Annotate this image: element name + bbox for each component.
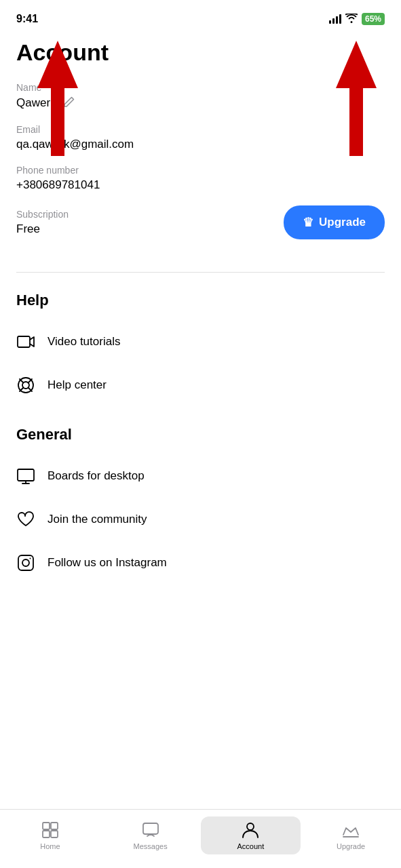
help-center-item[interactable]: Help center — [0, 363, 401, 407]
help-heading: Help — [0, 273, 401, 320]
subscription-value: Free — [16, 222, 69, 236]
svg-point-14 — [22, 559, 29, 566]
page-title: Account — [0, 34, 401, 82]
status-bar: 9:41 65% — [0, 0, 401, 34]
signal-icon — [329, 14, 341, 24]
upgrade-label: Upgrade — [319, 216, 366, 229]
subscription-row: Subscription Free ♛ Upgrade — [16, 205, 385, 239]
join-community-label: Join the community — [47, 513, 147, 526]
upgrade-icon — [341, 821, 360, 840]
nav-upgrade[interactable]: Upgrade — [301, 816, 401, 854]
instagram-icon — [16, 553, 35, 572]
help-icon — [16, 376, 35, 395]
svg-rect-19 — [51, 831, 58, 837]
nav-upgrade-label: Upgrade — [337, 842, 365, 850]
profile-section: Name Qawerk Email qa.qawerk@gmail.com Ph… — [0, 82, 401, 272]
account-icon — [241, 821, 260, 840]
video-tutorials-label: Video tutorials — [47, 335, 120, 349]
desktop-icon — [16, 467, 35, 486]
subscription-label: Subscription — [16, 209, 69, 220]
status-time: 9:41 — [16, 13, 38, 25]
name-label: Name — [16, 82, 385, 93]
nav-account[interactable]: Account — [201, 816, 301, 854]
svg-rect-18 — [43, 831, 50, 837]
join-community-item[interactable]: Join the community — [0, 498, 401, 541]
svg-rect-20 — [143, 823, 158, 834]
messages-icon — [141, 821, 160, 840]
subscription-info: Subscription Free — [16, 209, 69, 236]
email-label: Email — [16, 124, 385, 135]
upgrade-button[interactable]: ♛ Upgrade — [284, 205, 385, 239]
boards-desktop-item[interactable]: Boards for desktop — [0, 454, 401, 498]
email-value: qa.qawerk@gmail.com — [16, 138, 385, 151]
boards-desktop-label: Boards for desktop — [47, 469, 145, 483]
name-value: Qawerk — [16, 96, 56, 110]
phone-value: +380689781041 — [16, 178, 385, 192]
crown-icon: ♛ — [303, 215, 313, 230]
nav-home-label: Home — [40, 842, 60, 850]
home-icon — [41, 821, 60, 840]
svg-rect-13 — [18, 555, 33, 570]
svg-point-15 — [30, 558, 31, 559]
wifi-icon — [345, 14, 358, 25]
svg-point-21 — [247, 823, 254, 830]
nav-account-label: Account — [237, 842, 265, 850]
general-section: General Boards for desktop Join the comm… — [0, 407, 401, 585]
svg-rect-2 — [18, 336, 30, 347]
svg-rect-9 — [18, 469, 34, 481]
help-center-label: Help center — [47, 378, 107, 392]
phone-label: Phone number — [16, 165, 385, 176]
video-icon — [16, 332, 35, 351]
video-tutorials-item[interactable]: Video tutorials — [0, 320, 401, 363]
phone-field: Phone number +380689781041 — [16, 165, 385, 192]
edit-icon[interactable] — [63, 96, 75, 111]
nav-home[interactable]: Home — [0, 816, 100, 854]
email-field: Email qa.qawerk@gmail.com — [16, 124, 385, 151]
nav-messages[interactable]: Messages — [100, 816, 201, 854]
bottom-nav: Home Messages Account Upgrade — [0, 809, 401, 868]
general-heading: General — [0, 407, 401, 454]
heart-icon — [16, 510, 35, 529]
instagram-label: Follow us on Instagram — [47, 556, 167, 570]
svg-rect-16 — [43, 823, 50, 829]
svg-rect-17 — [51, 823, 58, 829]
instagram-item[interactable]: Follow us on Instagram — [0, 541, 401, 585]
battery-icon: 65% — [362, 13, 385, 25]
status-icons: 65% — [329, 13, 385, 25]
nav-messages-label: Messages — [134, 842, 168, 850]
help-section: Help Video tutorials Help center — [0, 273, 401, 407]
name-field: Name Qawerk — [16, 82, 385, 111]
